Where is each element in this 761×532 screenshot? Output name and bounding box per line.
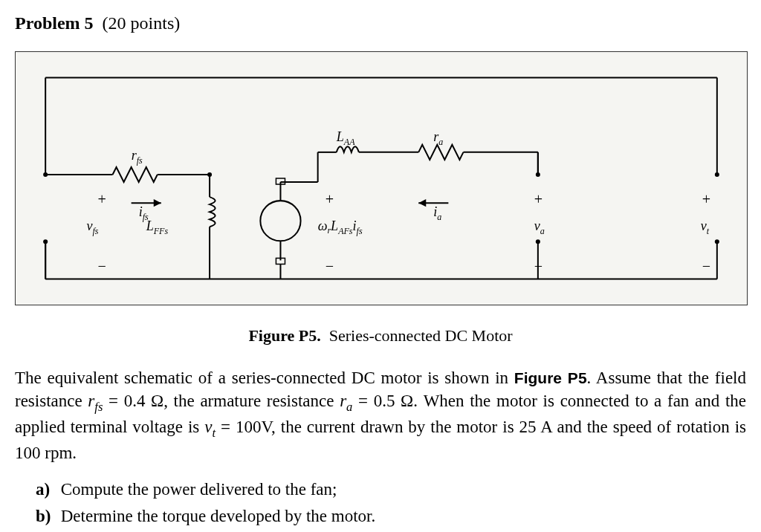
problem-header: Problem 5 (20 points) — [15, 11, 746, 36]
svg-point-31 — [715, 239, 719, 244]
minus-vfs: − — [97, 258, 106, 274]
circuit-diagram: rfs ifs + vfs − LFFs — [15, 51, 748, 305]
svg-point-28 — [536, 239, 540, 244]
figure-caption: Figure P5. Series-connected DC Motor — [15, 325, 746, 348]
figure-reference: Figure P5 — [514, 369, 587, 386]
caption-label: Figure P5. — [248, 326, 320, 345]
question-b-label: b) — [36, 505, 56, 528]
question-a-text: Compute the power delivered to the fan; — [61, 480, 337, 499]
plus-va: + — [534, 191, 543, 207]
plus-vt: + — [702, 191, 710, 207]
minus-va: − — [534, 258, 543, 274]
label-ra: ra — [433, 129, 443, 146]
figure-container: rfs ifs + vfs − LFFs — [15, 51, 746, 348]
questions-list: a) Compute the power delivered to the fa… — [36, 478, 746, 528]
svg-marker-11 — [154, 199, 161, 207]
plus-vfs: + — [97, 191, 106, 207]
label-vfs: vfs — [86, 218, 98, 236]
svg-point-35 — [207, 172, 212, 177]
svg-point-14 — [260, 201, 300, 241]
caption-text: Series-connected DC Motor — [329, 326, 513, 345]
label-vt: vt — [701, 218, 710, 236]
question-a-label: a) — [36, 478, 56, 502]
svg-point-30 — [715, 172, 719, 177]
label-lffs: LFFs — [146, 218, 169, 236]
label-va: va — [534, 218, 545, 236]
label-ia: ia — [433, 204, 441, 222]
problem-points: (20 points) — [103, 13, 181, 33]
minus-vt: − — [702, 258, 710, 274]
problem-number: Problem 5 — [15, 13, 94, 33]
question-a: a) Compute the power delivered to the fa… — [36, 478, 746, 502]
svg-marker-24 — [418, 199, 426, 207]
minus-emf: − — [326, 258, 334, 274]
label-rfs: rfs — [132, 147, 143, 165]
problem-statement: The equivalent schematic of a series-con… — [15, 366, 746, 464]
label-emf: ωrLAFsifs — [318, 218, 363, 236]
question-b: b) Determine the torque developed by the… — [36, 505, 746, 528]
question-b-text: Determine the torque developed by the mo… — [61, 507, 375, 525]
plus-emf: + — [326, 191, 334, 207]
label-laa: LAA — [336, 129, 355, 146]
svg-point-32 — [43, 172, 48, 177]
